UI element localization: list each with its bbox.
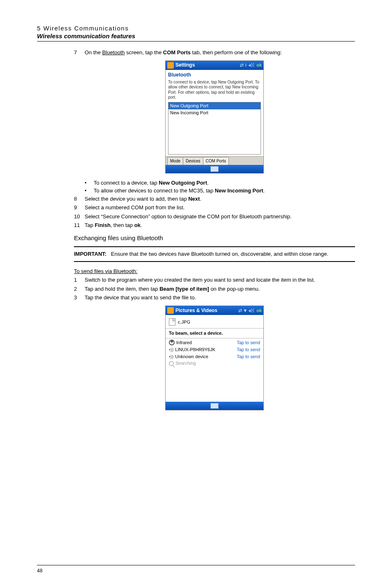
device-name: Searching: [175, 360, 196, 366]
beam-caption: To beam, select a device.: [166, 329, 263, 338]
step-7: 7 On the Bluetooth screen, tap the COM P…: [74, 49, 355, 56]
step-text: On the Bluetooth screen, tap the COM Por…: [85, 49, 355, 56]
page-number: 48: [37, 568, 42, 574]
step-number: 11: [74, 222, 85, 229]
bluetooth-icon: ᚼ: [244, 62, 247, 68]
step-11: 11 Tap Finish, then tap ok.: [74, 222, 355, 229]
step-text: Select a numbered COM port from the list…: [85, 204, 355, 211]
important-label: IMPORTANT:: [74, 251, 106, 257]
bluetooth-device-icon: •)): [169, 354, 173, 359]
device-status: Tap to send: [237, 354, 260, 360]
send-step-2: 2 Tap and hold the item, then tap Beam […: [74, 285, 355, 293]
window-title: Settings: [175, 62, 240, 68]
device-row-unknown[interactable]: •))Unknown device Tap to send: [169, 353, 260, 360]
step-text: Tap and hold the item, then tap Beam [ty…: [85, 285, 355, 293]
bullet-mark: •: [85, 187, 94, 194]
step-number: 10: [74, 213, 85, 220]
port-list[interactable]: New Outgoing Port New Incoming Port: [168, 102, 261, 155]
step-8: 8 Select the device you want to add, the…: [74, 195, 355, 203]
file-area: c.JPG: [166, 315, 263, 328]
step-text: Select the device you want to add, then …: [85, 195, 355, 203]
device-status: Tap to send: [237, 347, 260, 353]
keyboard-icon[interactable]: [210, 403, 219, 409]
important-text: Ensure that the two devices have Bluetoo…: [111, 251, 328, 257]
device-name: Infrared: [176, 340, 192, 346]
footer-divider: [37, 565, 355, 565]
step-text: Tap Finish, then tap ok.: [85, 222, 355, 229]
bottom-bar: [166, 402, 263, 410]
step-number: 3: [74, 294, 85, 301]
search-icon: [169, 361, 174, 366]
beam-screenshot: Pictures & Videos ⇄ ▼ ◀ᛞ ok c.JPG To bea…: [165, 306, 264, 410]
connectivity-icon: ⇄: [240, 62, 244, 68]
bullet-mark: •: [85, 179, 94, 187]
step-number: 1: [74, 276, 85, 284]
step-number: 7: [74, 49, 85, 56]
bullet-2: • To allow other devices to connect to t…: [85, 187, 355, 194]
important-note: IMPORTANT: Ensure that the two devices h…: [74, 246, 355, 262]
volume-icon: ◀ᛞ: [248, 62, 254, 68]
send-step-3: 3 Tap the device that you want to send t…: [74, 294, 355, 301]
device-status: Tap to send: [237, 340, 260, 346]
step-number: 8: [74, 195, 85, 203]
step-text: Select “Secure Connection” option to des…: [85, 213, 355, 220]
file-icon: [169, 318, 175, 326]
device-name: LINUX-P8HR9Y6JK: [175, 347, 215, 353]
device-name: Unknown device: [175, 354, 208, 360]
tabs: Mode Devices COM Ports: [166, 156, 263, 165]
bottom-bar: [166, 165, 263, 173]
tab-devices[interactable]: Devices: [183, 157, 203, 165]
bluetooth-device-icon: •)): [169, 347, 173, 352]
file-name: c.JPG: [178, 319, 190, 325]
tab-com-ports[interactable]: COM Ports: [203, 157, 229, 165]
step-number: 2: [74, 285, 85, 293]
step-text: Tap the device that you want to send the…: [85, 294, 355, 301]
status-icons: ⇄ ▼ ◀ᛞ ok: [238, 308, 262, 314]
titlebar: Settings ⇄ ᚼ ◀ᛞ ok: [166, 61, 263, 70]
status-icons: ⇄ ᚼ ◀ᛞ ok: [240, 62, 262, 68]
window-title: Pictures & Videos: [175, 307, 238, 314]
settings-screenshot: Settings ⇄ ᚼ ◀ᛞ ok Bluetooth To connect …: [165, 60, 264, 174]
link-text: Bluetooth: [102, 49, 125, 56]
section-subheading: Exchanging files using Bluetooth: [74, 234, 355, 242]
procedure-heading: To send files via Bluetooth:: [74, 268, 355, 275]
screen-description: To connect to a device, tap New Outgoing…: [166, 78, 263, 102]
start-icon: [167, 62, 174, 69]
breadcrumb: 5 Wireless Communications: [37, 25, 355, 32]
volume-icon: ◀ᛞ: [248, 308, 254, 314]
device-list: Infrared Tap to send •))LINUX-P8HR9Y6JK …: [166, 338, 263, 402]
divider: [37, 41, 355, 42]
bullet-text: To connect to a device, tap New Outgoing…: [94, 179, 355, 187]
infrared-icon: [169, 340, 175, 345]
screen-subtitle: Bluetooth: [166, 70, 263, 78]
start-icon: [167, 307, 174, 314]
device-row-linux[interactable]: •))LINUX-P8HR9Y6JK Tap to send: [169, 346, 260, 353]
ok-button[interactable]: ok: [256, 308, 262, 314]
titlebar: Pictures & Videos ⇄ ▼ ◀ᛞ ok: [166, 306, 263, 315]
step-number: 9: [74, 204, 85, 211]
ok-button[interactable]: ok: [256, 62, 262, 68]
send-step-1: 1 Switch to the program where you create…: [74, 276, 355, 284]
signal-icon: ▼: [243, 308, 247, 314]
step-9: 9 Select a numbered COM port from the li…: [74, 204, 355, 211]
tab-mode[interactable]: Mode: [167, 157, 183, 165]
step-10: 10 Select “Secure Connection” option to …: [74, 213, 355, 220]
bullet-text: To allow other devices to connect to the…: [94, 187, 355, 194]
bullet-1: • To connect to a device, tap New Outgoi…: [85, 179, 355, 187]
keyboard-icon[interactable]: [210, 166, 219, 172]
page-title: Wireless communication features: [37, 32, 355, 39]
device-row-infrared[interactable]: Infrared Tap to send: [169, 339, 260, 346]
connectivity-icon: ⇄: [238, 308, 242, 314]
list-item-selected[interactable]: New Outgoing Port: [168, 102, 261, 109]
device-row-searching: Searching: [169, 360, 260, 367]
list-item[interactable]: New Incoming Port: [168, 109, 261, 116]
step-text: Switch to the program where you created …: [85, 276, 355, 284]
